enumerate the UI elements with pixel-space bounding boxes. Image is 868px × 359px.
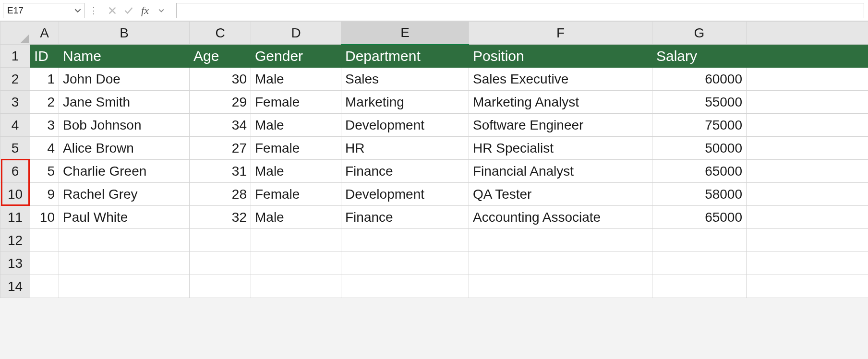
cell[interactable]: HR Specialist <box>469 137 652 160</box>
cell[interactable]: Rachel Grey <box>59 183 190 206</box>
cell[interactable] <box>747 183 868 206</box>
cell[interactable] <box>747 68 868 91</box>
cell[interactable]: Female <box>251 91 341 114</box>
cell[interactable]: Male <box>251 160 341 183</box>
row-header[interactable]: 1 <box>0 45 30 68</box>
cell[interactable] <box>747 114 868 137</box>
cell[interactable]: Alice Brown <box>59 137 190 160</box>
header-age[interactable]: Age <box>190 45 251 68</box>
cell[interactable]: Development <box>341 114 469 137</box>
cell[interactable] <box>341 229 469 252</box>
cell[interactable]: 4 <box>30 137 59 160</box>
cell[interactable]: Software Engineer <box>469 114 652 137</box>
header-gender[interactable]: Gender <box>251 45 341 68</box>
cell[interactable]: 58000 <box>652 183 747 206</box>
row-header[interactable]: 11 <box>0 206 30 229</box>
column-header-e[interactable]: E <box>341 22 469 45</box>
cell[interactable]: Male <box>251 68 341 91</box>
column-header-f[interactable]: F <box>469 22 652 45</box>
cell[interactable]: Sales Executive <box>469 68 652 91</box>
fx-icon[interactable]: fx <box>137 3 153 18</box>
cell[interactable]: 1 <box>30 68 59 91</box>
column-header-a[interactable]: A <box>30 22 59 45</box>
cell[interactable] <box>747 206 868 229</box>
cell[interactable] <box>747 45 868 68</box>
header-department[interactable]: Department <box>341 45 469 68</box>
cell[interactable] <box>747 275 868 298</box>
cell[interactable]: 2 <box>30 91 59 114</box>
cell[interactable]: 30 <box>190 68 251 91</box>
cell[interactable] <box>341 275 469 298</box>
column-header-blank[interactable] <box>747 22 868 45</box>
cell[interactable] <box>190 252 251 275</box>
cell[interactable] <box>30 275 59 298</box>
cell[interactable] <box>59 252 190 275</box>
column-header-b[interactable]: B <box>59 22 190 45</box>
cell[interactable] <box>747 137 868 160</box>
spreadsheet-grid[interactable]: A B C D E F G 1 ID Name Age Gender Depar… <box>0 21 868 298</box>
cell[interactable] <box>59 275 190 298</box>
cell[interactable] <box>652 252 747 275</box>
chevron-down-icon[interactable] <box>72 7 84 14</box>
cell[interactable]: Paul White <box>59 206 190 229</box>
name-box[interactable]: E17 <box>3 3 84 18</box>
cell[interactable]: 27 <box>190 137 251 160</box>
cell[interactable] <box>30 229 59 252</box>
cell[interactable] <box>30 252 59 275</box>
cell[interactable]: 75000 <box>652 114 747 137</box>
cell[interactable]: Finance <box>341 206 469 229</box>
cell[interactable]: John Doe <box>59 68 190 91</box>
cell[interactable]: Male <box>251 114 341 137</box>
cell[interactable] <box>469 275 652 298</box>
cell[interactable]: 28 <box>190 183 251 206</box>
cell[interactable] <box>251 252 341 275</box>
cell[interactable] <box>747 160 868 183</box>
cell[interactable]: 9 <box>30 183 59 206</box>
cell[interactable] <box>652 229 747 252</box>
column-header-g[interactable]: G <box>652 22 747 45</box>
cell[interactable] <box>341 252 469 275</box>
cell[interactable]: Female <box>251 137 341 160</box>
cell[interactable]: Development <box>341 183 469 206</box>
cell[interactable]: Marketing Analyst <box>469 91 652 114</box>
cancel-button[interactable] <box>104 3 121 18</box>
cell[interactable]: 65000 <box>652 206 747 229</box>
cell[interactable] <box>59 229 190 252</box>
cell[interactable]: 65000 <box>652 160 747 183</box>
chevron-down-icon[interactable] <box>153 3 169 18</box>
row-header[interactable]: 10 <box>0 183 30 206</box>
cell[interactable] <box>747 91 868 114</box>
cell[interactable]: 10 <box>30 206 59 229</box>
cell[interactable] <box>469 252 652 275</box>
row-header[interactable]: 4 <box>0 114 30 137</box>
cell[interactable] <box>652 275 747 298</box>
cell[interactable]: 32 <box>190 206 251 229</box>
row-header[interactable]: 6 <box>0 160 30 183</box>
cell[interactable]: Financial Analyst <box>469 160 652 183</box>
cell[interactable]: Bob Johnson <box>59 114 190 137</box>
cell[interactable] <box>190 229 251 252</box>
cell[interactable]: 50000 <box>652 137 747 160</box>
cell[interactable]: 5 <box>30 160 59 183</box>
header-salary[interactable]: Salary <box>652 45 747 68</box>
cell[interactable]: 60000 <box>652 68 747 91</box>
cell[interactable] <box>251 229 341 252</box>
cell[interactable]: 3 <box>30 114 59 137</box>
header-name[interactable]: Name <box>59 45 190 68</box>
row-header[interactable]: 12 <box>0 229 30 252</box>
row-header[interactable]: 14 <box>0 275 30 298</box>
cell[interactable]: QA Tester <box>469 183 652 206</box>
cell[interactable]: Marketing <box>341 91 469 114</box>
row-header[interactable]: 13 <box>0 252 30 275</box>
cell[interactable]: Male <box>251 206 341 229</box>
select-all-corner[interactable] <box>0 22 30 45</box>
cell[interactable]: 29 <box>190 91 251 114</box>
column-header-d[interactable]: D <box>251 22 341 45</box>
cell[interactable] <box>747 229 868 252</box>
header-position[interactable]: Position <box>469 45 652 68</box>
cell[interactable]: HR <box>341 137 469 160</box>
cell[interactable] <box>747 252 868 275</box>
cell[interactable]: Sales <box>341 68 469 91</box>
cell[interactable]: Charlie Green <box>59 160 190 183</box>
vertical-dots-icon[interactable]: ⋮ <box>87 5 100 16</box>
